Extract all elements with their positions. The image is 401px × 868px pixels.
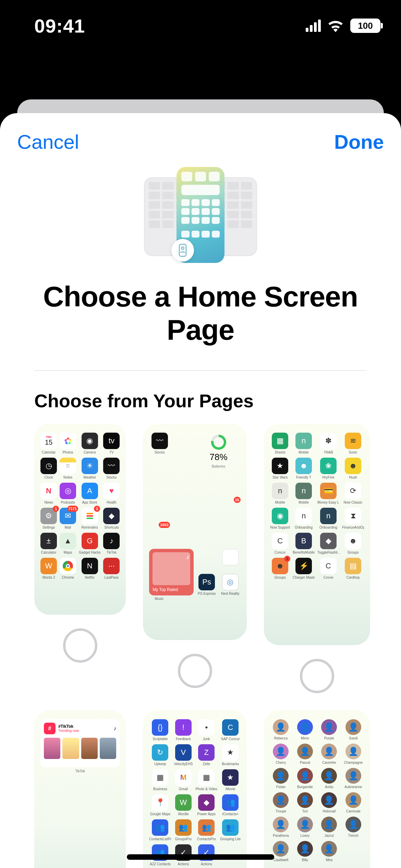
contact-avatar: 👤Champagne [343, 744, 364, 764]
app-icon: 👥Grouping Lite [220, 819, 241, 841]
app-icon: ☀Weather [79, 458, 100, 479]
contact-avatar: 👤Lowry [294, 817, 316, 837]
folder [220, 474, 241, 495]
tiktok-widget: # #TikTokTrending now ♪ [40, 719, 120, 767]
app-icon: ▦Business [149, 769, 171, 791]
app-icon: AApp Store [79, 483, 100, 504]
app-icon: ☻Groups [342, 533, 364, 554]
page-title: Choose a Home Screen Page [0, 273, 401, 370]
app-icon: ≡Notes [60, 458, 76, 479]
folder [173, 499, 194, 520]
app-icon: ▦Photo & Video [195, 769, 217, 791]
folder [196, 474, 217, 495]
hero-illustration [0, 164, 401, 273]
folder [173, 474, 194, 495]
contact-avatar: 👤Burgandie [294, 768, 316, 789]
app-icon: BBenefitsMobile [293, 533, 315, 554]
status-bar: 09:41 100 [0, 0, 401, 51]
folder [196, 499, 217, 520]
cancel-button[interactable]: Cancel [17, 130, 79, 153]
wifi-icon [327, 19, 344, 32]
contact-avatar: 👤Parathena [270, 817, 291, 837]
app-icon: ZZelle [195, 744, 217, 766]
app-icon: 👥GroupsPro [174, 819, 193, 841]
page-option-3[interactable]: ▦SheetsnMobile✽YNAB≋Sonic★Star Wars☻Frie… [264, 424, 370, 693]
contact-avatar: 👤Aubrieanne [343, 768, 364, 789]
home-indicator[interactable] [127, 854, 274, 860]
app-icon: ★Bookmarks [220, 744, 241, 766]
app-icon: tvTV [103, 433, 120, 454]
app-stocks: 〰Stocks [149, 433, 170, 470]
app-icon: CSAP Concur [220, 719, 241, 741]
app-icon: ☻Friendly T [293, 458, 315, 479]
contact-avatar: 👤Mira [318, 841, 340, 862]
svg-point-1 [181, 247, 184, 250]
modal-sheet: Cancel Done [0, 113, 401, 868]
app-icon: VVelocityEHS [174, 744, 193, 766]
status-time: 09:41 [34, 15, 85, 37]
contact-avatar: 👤Purple [318, 719, 340, 740]
app-icon: MGmail [174, 769, 193, 791]
page-radio-2[interactable] [178, 654, 212, 688]
app-icon: ◷Clock [40, 458, 57, 479]
app-icon: ♥Health [103, 483, 120, 504]
svg-rect-0 [179, 244, 186, 256]
status-icons: 100 [306, 19, 380, 33]
app-icon: ▲Maps [60, 533, 76, 554]
page-option-2[interactable]: 〰Stocks 78% Batteries [143, 424, 247, 693]
app-icon: 👥ContactsListPro [149, 819, 171, 841]
app-icon: 📍Google Maps [149, 794, 171, 816]
page-preview-1: THU15Calendar✿Photos◉CameratvTV◷Clock≡No… [34, 424, 126, 615]
tiktok-label: TikTok [40, 769, 120, 773]
app-icon: 👥ContactsPro [195, 819, 217, 841]
app-icon: ⚡Charger Master [293, 558, 315, 579]
app-icon: ≋Sonic [342, 433, 364, 454]
focus-badge-icon [171, 239, 194, 262]
page-option-5[interactable]: {}Scriptable!Feedback•JunkCSAP Concur↻Up… [143, 710, 247, 868]
app-next-reality: ◎Next Reality [220, 574, 241, 595]
app-icon: ★iMovie [220, 769, 241, 791]
music-label: Music [155, 597, 241, 601]
page-preview-3: ▦SheetsnMobile✽YNAB≋Sonic★Star Wars☻Frie… [264, 424, 370, 645]
app-icon: !Feedback [174, 719, 193, 741]
app-icon: ◆Power Apps [195, 794, 217, 816]
contact-avatar: 👤Billy [294, 841, 316, 862]
folder: 15 [220, 499, 241, 520]
phone-frame: 09:41 100 Cancel Done [0, 0, 401, 868]
contact-avatar: 👤Carnivale [343, 792, 364, 813]
app-icon: nMobile [293, 483, 315, 504]
app-icon: ◉Camera [79, 433, 100, 454]
contact-avatar: 👤Mimo [294, 719, 316, 740]
page-radio-1[interactable] [63, 628, 97, 663]
app-blank [220, 549, 241, 570]
music-widget: ♪ My Top Rated [149, 549, 193, 595]
app-icon: ✉7171Mail [60, 508, 76, 529]
app-icon: ♪TikTok [103, 533, 120, 554]
page-radio-3[interactable] [300, 659, 334, 693]
contact-avatar: 👤Tori [294, 792, 316, 813]
page-option-4[interactable]: # #TikTokTrending now ♪ [34, 710, 126, 868]
app-icon: ❀HryFine [317, 458, 339, 479]
app-icon: WWordle [174, 794, 193, 816]
tiktok-note-icon: ♪ [113, 725, 116, 732]
folder [196, 524, 217, 545]
contact-avatar: 👤Sandi [343, 719, 364, 740]
music-note-icon: ♪ [186, 553, 190, 561]
contact-avatar: 👤Heliovail [318, 792, 340, 813]
app-icon: THU15Calendar [40, 433, 57, 454]
folder [173, 524, 194, 545]
app-icon: ±Calculator [40, 533, 57, 554]
folder [220, 524, 241, 545]
app-icon: 💳Money Easy Lite [317, 483, 339, 504]
app-icon: ⧗FinanceAndOp… [342, 508, 364, 529]
contact-avatar: 👤Avidu [318, 768, 340, 789]
nav-bar: Cancel Done [0, 127, 401, 164]
app-icon: ◆Shortcuts [103, 508, 120, 529]
app-icon: 3Reminders [79, 508, 100, 529]
page-option-1[interactable]: THU15Calendar✿Photos◉CameratvTV◷Clock≡No… [34, 424, 126, 693]
app-icon: nMobile [270, 483, 290, 504]
done-button[interactable]: Done [334, 130, 384, 153]
folder [149, 474, 170, 495]
battery-ring-icon [211, 435, 226, 450]
page-option-6[interactable]: 👤Rebecca👤Mimo👤Purple👤Sandi👤Cherry👤Pascal… [264, 710, 370, 868]
